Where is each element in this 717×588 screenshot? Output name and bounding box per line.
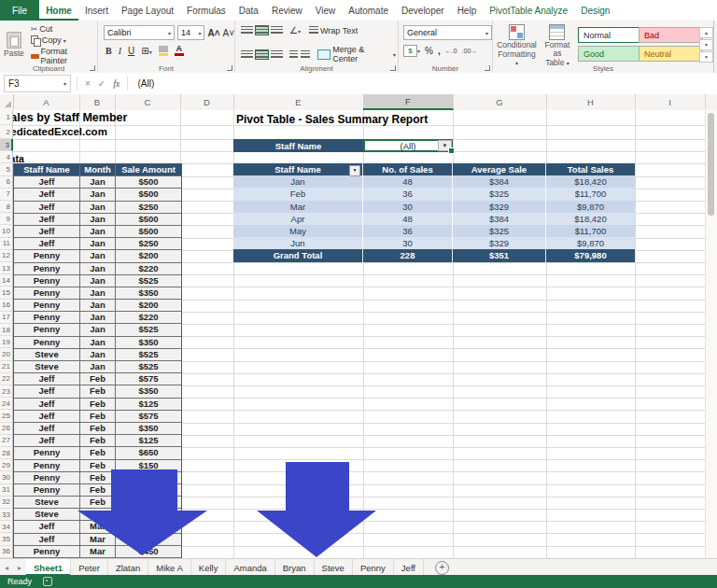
pivot-cell[interactable]: $11,700: [546, 225, 635, 237]
row-header-8[interactable]: 8: [0, 201, 13, 213]
increase-indent-icon[interactable]: [301, 50, 310, 59]
formula-input[interactable]: (All): [127, 77, 717, 91]
vertical-scrollbar[interactable]: [705, 110, 717, 558]
paste-button[interactable]: Paste: [4, 32, 24, 58]
table-cell[interactable]: $575: [116, 411, 181, 423]
style-chip-good[interactable]: Good: [578, 46, 642, 62]
table-cell[interactable]: Jan: [80, 263, 116, 275]
table-cell[interactable]: Mar: [80, 534, 116, 546]
table-cell[interactable]: Jeff: [14, 176, 80, 189]
table-cell[interactable]: $350: [116, 287, 181, 300]
sheet-nav-left-icon[interactable]: ◂: [0, 559, 13, 576]
table-cell[interactable]: Penny: [14, 300, 80, 312]
column-header-B[interactable]: B: [79, 94, 116, 109]
table-cell[interactable]: Penny: [14, 546, 80, 558]
pivot-cell[interactable]: $18,420: [546, 175, 635, 188]
pivot-cell[interactable]: Jun: [233, 237, 363, 249]
pivot-header-cell[interactable]: No. of Sales: [363, 163, 453, 175]
table-cell[interactable]: Penny: [14, 275, 80, 287]
ribbon-tab-review[interactable]: Review: [265, 0, 309, 21]
table-cell[interactable]: Feb: [80, 385, 116, 398]
font-size-select[interactable]: 14 ▾: [177, 25, 205, 40]
row-header-35[interactable]: 35: [0, 533, 13, 545]
table-cell[interactable]: Penny: [14, 324, 80, 336]
column-header-F[interactable]: F: [363, 94, 454, 110]
pivot-cell[interactable]: Feb: [233, 188, 363, 200]
table-cell[interactable]: $250: [116, 238, 181, 250]
insert-function-icon[interactable]: fx: [113, 78, 120, 89]
row-header-32[interactable]: 32: [0, 497, 13, 509]
comma-style-button[interactable]: ,: [438, 46, 441, 56]
table-cell[interactable]: Jeff: [14, 411, 80, 423]
table-cell[interactable]: $200: [116, 300, 181, 312]
table-cell[interactable]: [116, 497, 181, 509]
pivot-cell[interactable]: 48: [363, 213, 453, 225]
gallery-scroll-down-icon[interactable]: ▼: [699, 39, 713, 50]
table-cell[interactable]: [116, 534, 181, 546]
row-header-12[interactable]: 12: [0, 250, 13, 262]
table-cell[interactable]: $525: [116, 349, 181, 361]
table-cell[interactable]: Jan: [80, 176, 116, 189]
pivot-cell[interactable]: $325: [453, 188, 546, 200]
table-cell[interactable]: Jan: [80, 337, 116, 349]
table-cell[interactable]: Penny: [14, 447, 80, 459]
table-cell[interactable]: $500: [116, 176, 181, 189]
table-cell[interactable]: Penny: [14, 460, 80, 472]
sheet-tab-amanda[interactable]: Amanda: [226, 559, 274, 576]
align-right-icon[interactable]: [271, 50, 283, 59]
table-cell[interactable]: Feb: [80, 484, 116, 497]
column-header-G[interactable]: G: [453, 94, 547, 109]
row-header-23[interactable]: 23: [0, 385, 13, 398]
table-cell[interactable]: Feb: [80, 447, 116, 459]
row-header-28[interactable]: 28: [0, 447, 13, 459]
ribbon-tab-design[interactable]: Design: [574, 0, 616, 21]
style-chip-normal[interactable]: Normal: [578, 27, 642, 43]
pivot-cell[interactable]: $384: [453, 213, 546, 225]
row-header-20[interactable]: 20: [0, 348, 13, 360]
pivot-cell[interactable]: 48: [363, 175, 453, 188]
clipboard-dialog-launcher[interactable]: [90, 65, 95, 71]
pivot-cell[interactable]: Mar: [233, 201, 363, 213]
decrease-decimal-button[interactable]: .00→: [462, 48, 478, 54]
table-cell[interactable]: Jan: [80, 189, 116, 201]
ribbon-tab-pivottable-analyze[interactable]: PivotTable Analyze: [483, 0, 574, 21]
row-header-10[interactable]: 10: [0, 225, 13, 237]
font-name-select[interactable]: Calibri ▾: [104, 25, 175, 40]
conditional-formatting-button[interactable]: Conditional Formatting ▾: [497, 24, 537, 68]
table-cell[interactable]: Jeff: [14, 214, 80, 226]
table-cell[interactable]: Jeff: [14, 399, 80, 411]
table-cell[interactable]: Jeff: [14, 423, 80, 435]
sheet-nav-right-icon[interactable]: ▸: [13, 559, 26, 576]
copy-button[interactable]: Copy ▾: [29, 35, 97, 45]
sheet-tab-zlatan[interactable]: Zlatan: [108, 559, 148, 576]
table-cell[interactable]: Steve: [14, 361, 80, 373]
ribbon-tab-formulas[interactable]: Formulas: [180, 0, 232, 21]
pivot-cell[interactable]: $384: [453, 175, 546, 188]
macro-record-icon[interactable]: [43, 577, 52, 586]
table-cell[interactable]: Mar: [80, 546, 116, 558]
table-cell[interactable]: $500: [116, 226, 181, 238]
number-format-select[interactable]: General ▾: [403, 25, 492, 40]
format-painter-button[interactable]: Format Painter: [29, 47, 97, 65]
orientation-icon[interactable]: ∠▾: [289, 25, 301, 35]
pivot-cell[interactable]: 36: [363, 225, 453, 237]
row-header-21[interactable]: 21: [0, 361, 13, 373]
table-cell[interactable]: $500: [116, 189, 181, 201]
row-header-13[interactable]: 13: [0, 262, 13, 274]
row-header-15[interactable]: 15: [0, 287, 13, 299]
table-cell[interactable]: $250: [116, 202, 181, 214]
pivot-cell[interactable]: May: [233, 225, 363, 237]
font-color-button[interactable]: A: [175, 45, 184, 56]
table-cell[interactable]: Jan: [80, 324, 116, 336]
pivot-cell[interactable]: Jan: [233, 175, 363, 188]
column-header-D[interactable]: D: [180, 94, 234, 109]
column-header-A[interactable]: A: [13, 94, 80, 109]
row-header-4[interactable]: 4: [0, 151, 13, 163]
table-cell[interactable]: Penny: [14, 287, 80, 300]
pivot-grand-total-cell[interactable]: 228: [363, 249, 453, 261]
ribbon-tab-home[interactable]: Home: [39, 0, 78, 21]
column-header-H[interactable]: H: [546, 94, 636, 109]
table-cell[interactable]: $525: [116, 275, 181, 287]
pivot-cell[interactable]: $11,700: [546, 188, 635, 200]
pivot-cell[interactable]: 36: [363, 188, 453, 200]
